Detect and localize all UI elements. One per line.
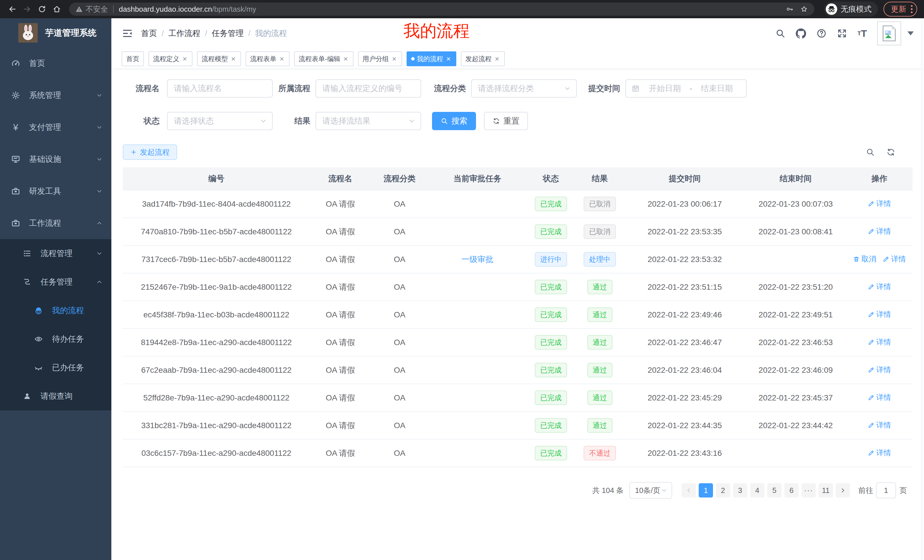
- page-button[interactable]: 5: [767, 483, 782, 497]
- breadcrumb-item[interactable]: 首页: [141, 28, 157, 39]
- detail-link[interactable]: 详情: [868, 392, 891, 403]
- result-badge: 通过: [587, 418, 612, 433]
- next-page-button[interactable]: [836, 483, 850, 497]
- sidebar-item-home[interactable]: 首页: [0, 47, 111, 79]
- status-select[interactable]: 请选择状态: [167, 112, 273, 130]
- home-icon[interactable]: [50, 3, 63, 16]
- detail-link[interactable]: 详情: [868, 199, 891, 209]
- sidebar-item-label: 基础设施: [29, 154, 61, 165]
- category-select[interactable]: 请选择流程分类: [471, 79, 577, 97]
- result-placeholder: 请选择流结果: [322, 115, 370, 126]
- sidebar-item-todo-task[interactable]: 待办任务: [0, 325, 111, 353]
- warning-icon[interactable]: [75, 5, 83, 13]
- font-size-icon[interactable]: TT: [858, 28, 867, 39]
- search-button[interactable]: 搜索: [432, 112, 476, 130]
- tab-process-model[interactable]: 流程模型×: [197, 51, 241, 66]
- sidebar-item-workflow[interactable]: 工作流程: [0, 207, 111, 239]
- detail-link[interactable]: 详情: [883, 254, 906, 264]
- forward-icon[interactable]: [21, 3, 34, 16]
- close-icon[interactable]: ×: [494, 55, 500, 63]
- reset-button-label: 重置: [503, 115, 519, 126]
- sidebar-item-leave-query[interactable]: 请假查询: [0, 382, 111, 410]
- status-badge-cell: 已完成: [526, 190, 575, 218]
- create-process-button[interactable]: 发起流程: [123, 144, 177, 160]
- tab-process-form-edit[interactable]: 流程表单-编辑×: [294, 51, 354, 66]
- breadcrumb-item[interactable]: 任务管理: [212, 28, 244, 39]
- result-label: 结果: [278, 115, 315, 126]
- hamburger-icon[interactable]: [122, 28, 133, 39]
- page-size-select[interactable]: 10条/页: [629, 482, 672, 499]
- close-icon[interactable]: ×: [182, 55, 188, 63]
- row-submit-time: 2022-01-22 23:45:29: [624, 384, 745, 412]
- row-end-time: 2022-01-22 23:49:51: [745, 301, 846, 328]
- chevron-down-icon[interactable]: [908, 31, 914, 35]
- star-icon[interactable]: [800, 5, 808, 13]
- tab-process-def[interactable]: 流程定义×: [148, 51, 192, 66]
- fullscreen-icon[interactable]: [837, 28, 847, 39]
- logo-row[interactable]: 芋道管理系统: [0, 18, 111, 47]
- page-button[interactable]: 11: [819, 483, 833, 497]
- sidebar-item-devtools[interactable]: 研发工具: [0, 175, 111, 207]
- result-badge: 处理中: [584, 252, 616, 267]
- prev-page-button[interactable]: [682, 483, 696, 497]
- address-bar[interactable]: 不安全 dashboard.yudao.iocoder.cn /bpm/task…: [69, 3, 814, 16]
- cancel-link[interactable]: 取消: [853, 254, 876, 264]
- page-button[interactable]: 6: [784, 483, 799, 497]
- browser-menu-icon[interactable]: [911, 5, 913, 13]
- detail-link[interactable]: 详情: [868, 226, 891, 236]
- status-badge-cell: 已完成: [526, 356, 575, 384]
- tab-user-group[interactable]: 用户分组×: [358, 51, 402, 66]
- sidebar-item-process-mgmt[interactable]: 流程管理: [0, 239, 111, 268]
- browser-nav-icons: [6, 3, 63, 16]
- sidebar-item-done-task[interactable]: 已办任务: [0, 353, 111, 382]
- result-select[interactable]: 请选择流结果: [315, 112, 421, 130]
- back-icon[interactable]: [6, 3, 19, 16]
- sidebar-item-task-mgmt[interactable]: 任务管理: [0, 268, 111, 296]
- breadcrumb-separator: /: [205, 29, 207, 38]
- page-button[interactable]: 1: [699, 483, 713, 497]
- key-icon[interactable]: [786, 5, 794, 13]
- close-icon[interactable]: ×: [279, 55, 285, 63]
- help-icon[interactable]: [816, 28, 826, 39]
- avatar[interactable]: [877, 21, 901, 45]
- close-icon[interactable]: ×: [230, 55, 236, 63]
- tab-process-form[interactable]: 流程表单×: [246, 51, 290, 66]
- sidebar-item-payment[interactable]: ¥支付管理: [0, 111, 111, 143]
- page-button[interactable]: 3: [733, 483, 747, 497]
- scrollbar[interactable]: [921, 18, 924, 560]
- close-icon[interactable]: ×: [343, 55, 349, 63]
- action-label: 取消: [861, 254, 876, 264]
- detail-link[interactable]: 详情: [868, 309, 891, 319]
- detail-link[interactable]: 详情: [868, 282, 891, 292]
- detail-link[interactable]: 详情: [868, 420, 891, 430]
- detail-link[interactable]: 详情: [868, 337, 891, 347]
- process-name-input[interactable]: [167, 79, 273, 97]
- search-icon[interactable]: [775, 28, 786, 39]
- goto-page-input[interactable]: [876, 482, 896, 499]
- tab-start-process[interactable]: 发起流程×: [461, 51, 505, 66]
- date-range-picker[interactable]: 开始日期 - 结束日期: [626, 79, 747, 97]
- page-button[interactable]: 2: [716, 483, 730, 497]
- sidebar-item-infra[interactable]: 基础设施: [0, 143, 111, 175]
- detail-link[interactable]: 详情: [868, 365, 891, 375]
- update-button[interactable]: 更新: [884, 2, 917, 16]
- tab-my-process[interactable]: 我的流程×: [406, 51, 456, 66]
- close-icon[interactable]: ×: [446, 55, 452, 63]
- sidebar-item-my-process[interactable]: 我的流程: [0, 296, 111, 325]
- search-toggle-icon[interactable]: [866, 148, 875, 157]
- close-icon[interactable]: ×: [391, 55, 398, 63]
- sidebar-item-system[interactable]: 系统管理: [0, 79, 111, 111]
- detail-link[interactable]: 详情: [868, 448, 891, 458]
- breadcrumb-item[interactable]: 工作流程: [168, 28, 201, 39]
- reset-button[interactable]: 重置: [484, 112, 528, 130]
- pagination: 共 104 条 10条/页 123456···11 前往 页: [123, 482, 907, 499]
- tab-label: 我的流程: [417, 54, 443, 63]
- reload-icon[interactable]: [35, 3, 48, 16]
- process-def-input[interactable]: [315, 79, 421, 97]
- github-icon[interactable]: [796, 28, 806, 39]
- more-pages-button[interactable]: ···: [801, 483, 816, 497]
- page-button[interactable]: 4: [750, 483, 764, 497]
- tab-home[interactable]: 首页: [122, 51, 144, 66]
- task-link[interactable]: 一级审批: [461, 255, 494, 264]
- refresh-table-icon[interactable]: [886, 148, 896, 157]
